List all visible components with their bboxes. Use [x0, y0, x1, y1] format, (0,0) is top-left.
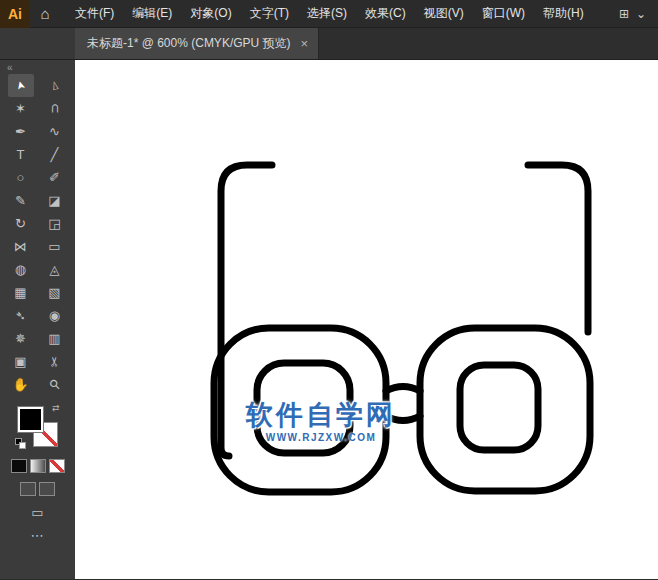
glasses-paths	[214, 165, 590, 492]
right-lens-outer	[420, 328, 590, 491]
artboard-tool-icon: ▣	[14, 354, 26, 369]
pencil-tool-icon: ✎	[15, 193, 26, 208]
document-tab[interactable]: 未标题-1* @ 600% (CMYK/GPU 预览) ×	[75, 28, 319, 59]
collapse-panel-icon[interactable]: «	[0, 60, 13, 74]
pen-tool[interactable]: ✒	[8, 120, 34, 143]
menu-view[interactable]: 视图(V)	[415, 0, 473, 28]
ellipse-tool[interactable]: ○	[8, 166, 34, 189]
color-mode-buttons	[11, 459, 65, 473]
chevron-down-icon[interactable]: ⌄	[636, 7, 646, 21]
direct-selection-tool-icon: ▻	[47, 80, 62, 92]
eyedropper-tool[interactable]: ➴	[8, 304, 34, 327]
perspective-grid-tool[interactable]: ◬	[42, 258, 68, 281]
scale-tool-icon: ◲	[48, 216, 60, 231]
gradient-tool[interactable]: ▧	[42, 281, 68, 304]
ellipse-tool-icon: ○	[17, 170, 25, 185]
bridge-bottom-path	[386, 416, 420, 421]
line-segment-tool-icon: ╱	[51, 147, 59, 162]
paintbrush-tool[interactable]: ✐	[42, 166, 68, 189]
paintbrush-tool-icon: ✐	[49, 170, 60, 185]
curvature-tool-icon: ∿	[49, 124, 60, 139]
menu-help[interactable]: 帮助(H)	[534, 0, 593, 28]
bridge-top-path	[386, 387, 420, 392]
close-tab-icon[interactable]: ×	[301, 36, 309, 51]
glasses-artwork[interactable]	[75, 60, 658, 579]
menu-type[interactable]: 文字(T)	[241, 0, 298, 28]
shape-builder-tool[interactable]: ◍	[8, 258, 34, 281]
tools-panel: « ➤ ▻ ✶ ⊃ ✒ ∿ T ╱ ○ ✐ ✎ ◪ ↻ ◲ ⋈ ▭ ◍ ◬ ▦ …	[0, 60, 75, 579]
rotate-tool-icon: ↻	[15, 216, 26, 231]
left-lens-inner	[257, 363, 350, 453]
fill-swatch[interactable]	[18, 407, 43, 432]
symbol-sprayer-tool[interactable]: ✵	[8, 327, 34, 350]
tool-grid: ➤ ▻ ✶ ⊃ ✒ ∿ T ╱ ○ ✐ ✎ ◪ ↻ ◲ ⋈ ▭ ◍ ◬ ▦ ▧ …	[8, 74, 68, 396]
slice-tool-icon: ✂	[47, 356, 62, 367]
left-temple-path	[221, 165, 272, 456]
shape-builder-tool-icon: ◍	[15, 262, 26, 277]
artboard-tool[interactable]: ▣	[8, 350, 34, 373]
scale-tool[interactable]: ◲	[42, 212, 68, 235]
menu-select[interactable]: 选择(S)	[298, 0, 356, 28]
magic-wand-tool-icon: ✶	[15, 101, 26, 116]
eraser-tool-icon: ◪	[48, 193, 60, 208]
right-temple-path	[528, 165, 588, 332]
color-button[interactable]	[11, 459, 27, 473]
menu-object[interactable]: 对象(O)	[181, 0, 240, 28]
arrange-documents-icon[interactable]: ⊞	[619, 7, 629, 21]
selection-tool[interactable]: ➤	[8, 74, 34, 97]
slice-tool[interactable]: ✂	[42, 350, 68, 373]
direct-selection-tool[interactable]: ▻	[42, 74, 68, 97]
blend-tool[interactable]: ◉	[42, 304, 68, 327]
column-graph-tool-icon: ▥	[48, 331, 60, 346]
type-tool[interactable]: T	[8, 143, 34, 166]
draw-normal-button[interactable]	[20, 482, 36, 496]
lasso-tool-icon: ⊃	[47, 103, 62, 114]
illustrator-logo-label: Ai	[8, 6, 22, 22]
magic-wand-tool[interactable]: ✶	[8, 97, 34, 120]
menu-items: 文件(F) 编辑(E) 对象(O) 文字(T) 选择(S) 效果(C) 视图(V…	[66, 0, 593, 28]
menu-window[interactable]: 窗口(W)	[473, 0, 534, 28]
width-tool-icon: ⋈	[14, 239, 27, 254]
document-tab-title: 未标题-1* @ 600% (CMYK/GPU 预览)	[87, 35, 291, 52]
default-stroke-chip	[19, 442, 26, 449]
pencil-tool[interactable]: ✎	[8, 189, 34, 212]
selection-tool-icon: ➤	[13, 79, 28, 91]
fill-stroke-control: ⇄	[15, 404, 61, 450]
lasso-tool[interactable]: ⊃	[42, 97, 68, 120]
free-transform-tool[interactable]: ▭	[42, 235, 68, 258]
draw-mode-buttons	[20, 482, 55, 496]
line-segment-tool[interactable]: ╱	[42, 143, 68, 166]
symbol-sprayer-tool-icon: ✵	[15, 331, 26, 346]
menu-file[interactable]: 文件(F)	[66, 0, 123, 28]
main-area: « ➤ ▻ ✶ ⊃ ✒ ∿ T ╱ ○ ✐ ✎ ◪ ↻ ◲ ⋈ ▭ ◍ ◬ ▦ …	[0, 60, 658, 579]
type-tool-icon: T	[17, 147, 25, 162]
eyedropper-tool-icon: ➴	[15, 308, 26, 323]
zoom-tool-icon: ⚲	[46, 376, 63, 393]
hand-tool[interactable]: ✋	[8, 373, 34, 396]
tabbar-spacer	[0, 28, 75, 59]
gradient-button[interactable]	[30, 459, 46, 473]
artboard-canvas[interactable]: 软件自学网 WWW.RJZXW.COM	[75, 60, 658, 579]
zoom-tool[interactable]: ⚲	[42, 373, 68, 396]
menu-edit[interactable]: 编辑(E)	[123, 0, 181, 28]
curvature-tool[interactable]: ∿	[42, 120, 68, 143]
rotate-tool[interactable]: ↻	[8, 212, 34, 235]
left-lens-outer	[214, 328, 386, 492]
mesh-tool[interactable]: ▦	[8, 281, 34, 304]
swap-fill-stroke-icon[interactable]: ⇄	[52, 403, 60, 413]
document-tab-bar: 未标题-1* @ 600% (CMYK/GPU 预览) ×	[0, 28, 658, 60]
none-button[interactable]	[49, 459, 65, 473]
free-transform-tool-icon: ▭	[48, 239, 60, 254]
hand-tool-icon: ✋	[12, 377, 28, 392]
column-graph-tool[interactable]: ▥	[42, 327, 68, 350]
illustrator-logo[interactable]: Ai	[0, 0, 30, 28]
edit-toolbar-button[interactable]: ⋯	[31, 528, 45, 543]
home-button[interactable]: ⌂	[30, 0, 60, 28]
default-fill-stroke-icon[interactable]	[15, 438, 26, 449]
right-lens-inner	[460, 365, 538, 450]
menu-effect[interactable]: 效果(C)	[356, 0, 415, 28]
draw-behind-button[interactable]	[39, 482, 55, 496]
eraser-tool[interactable]: ◪	[42, 189, 68, 212]
width-tool[interactable]: ⋈	[8, 235, 34, 258]
screen-mode-button[interactable]: ▭	[31, 505, 43, 520]
